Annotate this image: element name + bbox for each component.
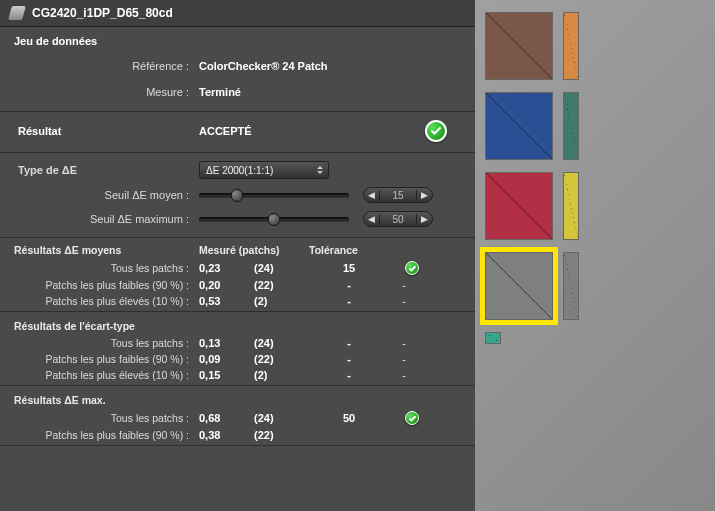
max-threshold-label: Seuil ΔE maximum :: [14, 213, 199, 225]
color-patch[interactable]: [485, 12, 553, 80]
deltae-type-section: Type de ΔE ΔE 2000(1:1:1) Seuil ΔE moyen…: [0, 153, 475, 238]
result-label: Résultat: [14, 125, 199, 137]
color-patch[interactable]: [485, 172, 553, 240]
group-title: Résultats ΔE moyens: [14, 244, 199, 256]
table-row: Tous les patchs : 0,13 (24) - -: [0, 335, 475, 351]
table-row: Patchs les plus élevés (10 %) : 0,15 (2)…: [0, 367, 475, 383]
group-title: Résultats de l'écart-type: [14, 320, 199, 332]
table-row: Patchs les plus élevés (10 %) : 0,53 (2)…: [0, 293, 475, 309]
color-patch[interactable]: [563, 172, 579, 240]
color-patch[interactable]: [563, 92, 579, 160]
patch-panel: [475, 0, 715, 511]
max-threshold-slider[interactable]: [199, 217, 349, 222]
max-threshold-value: 50: [380, 214, 416, 225]
check-icon: [425, 120, 447, 142]
max-increment-button[interactable]: ▶: [416, 214, 432, 224]
mean-threshold-slider[interactable]: [199, 193, 349, 198]
group-title: Résultats ΔE max.: [14, 394, 199, 406]
table-row: Tous les patchs : 0,68 (24) 50: [0, 409, 475, 427]
color-patch[interactable]: [485, 332, 501, 344]
mean-decrement-button[interactable]: ◀: [364, 190, 380, 200]
dataset-section: Jeu de données Référence : ColorChecker®…: [0, 27, 475, 112]
reference-value: ColorChecker® 24 Patch: [199, 60, 461, 72]
table-row: Patchs les plus faibles (90 %) : 0,09 (2…: [0, 351, 475, 367]
check-icon: [405, 261, 419, 275]
measure-value: Terminé: [199, 86, 461, 98]
profile-icon: [8, 6, 26, 20]
table-row: Tous les patchs : 0,23 (24) 15: [0, 259, 475, 277]
mean-threshold-label: Seuil ΔE moyen :: [14, 189, 199, 201]
max-decrement-button[interactable]: ◀: [364, 214, 380, 224]
mean-threshold-value: 15: [380, 190, 416, 201]
col-tolerance: Tolérance: [309, 244, 389, 256]
color-patch[interactable]: [485, 92, 553, 160]
color-patch[interactable]: [563, 252, 579, 320]
deltae-type-value: ΔE 2000(1:1:1): [206, 165, 273, 176]
color-patch[interactable]: [485, 252, 553, 320]
measure-label: Mesure :: [14, 86, 199, 98]
col-measured: Mesuré (patchs): [199, 244, 309, 256]
mean-increment-button[interactable]: ▶: [416, 190, 432, 200]
table-row: Patchs les plus faibles (90 %) : 0,38 (2…: [0, 427, 475, 443]
title-bar: CG2420_i1DP_D65_80cd: [0, 0, 475, 27]
max-threshold-stepper[interactable]: ◀ 50 ▶: [363, 211, 433, 227]
reference-label: Référence :: [14, 60, 199, 72]
color-patch[interactable]: [563, 12, 579, 80]
result-section: Résultat ACCEPTÉ: [0, 112, 475, 153]
deltae-type-label: Type de ΔE: [14, 164, 199, 176]
table-row: Patchs les plus faibles (90 %) : 0,20 (2…: [0, 277, 475, 293]
check-icon: [405, 411, 419, 425]
deltae-type-select[interactable]: ΔE 2000(1:1:1): [199, 161, 329, 179]
result-value: ACCEPTÉ: [199, 125, 425, 137]
dataset-header: Jeu de données: [14, 35, 461, 47]
mean-threshold-stepper[interactable]: ◀ 15 ▶: [363, 187, 433, 203]
page-title: CG2420_i1DP_D65_80cd: [32, 6, 173, 20]
